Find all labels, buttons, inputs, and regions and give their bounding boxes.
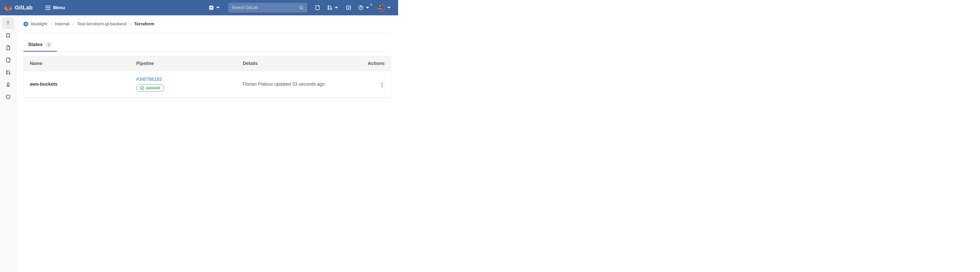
svg-point-20 — [25, 24, 26, 24]
state-name: aws-buckets — [30, 82, 57, 86]
column-header-actions: Actions — [356, 61, 385, 66]
gitlab-logo-icon — [4, 3, 12, 12]
gitlab-brand-text: GitLab — [15, 4, 33, 11]
tab-states[interactable]: States 1 — [24, 38, 57, 52]
user-menu-button[interactable] — [375, 2, 394, 14]
breadcrumb-separator: › — [130, 21, 131, 27]
breadcrumb-link[interactable]: Internal — [55, 21, 69, 27]
sidebar-item-merge-requests[interactable] — [3, 67, 14, 78]
svg-point-4 — [300, 6, 302, 9]
check-circle-icon — [140, 86, 144, 90]
breadcrumb-separator: › — [73, 21, 74, 27]
rocket-icon — [6, 82, 11, 87]
column-header-details: Details — [243, 61, 356, 66]
svg-point-12 — [361, 8, 361, 9]
merge-request-icon — [327, 5, 332, 10]
svg-point-8 — [328, 8, 329, 10]
search-box[interactable] — [228, 3, 307, 13]
breadcrumb-link[interactable]: bluelight — [31, 21, 47, 27]
project-sidebar: T — [0, 15, 16, 272]
tab-label: States — [28, 42, 43, 47]
svg-line-5 — [302, 8, 304, 10]
file-icon — [6, 45, 11, 50]
sidebar-item-project-info[interactable] — [3, 30, 14, 41]
todo-check-icon — [346, 5, 351, 10]
plus-square-icon — [209, 5, 214, 10]
tab-count-badge: 1 — [45, 42, 52, 47]
svg-point-7 — [328, 6, 329, 7]
merge-requests-nav-button[interactable] — [325, 3, 342, 12]
svg-rect-0 — [45, 6, 51, 6]
issues-icon — [315, 5, 320, 10]
column-header-name: Name — [30, 61, 136, 66]
book-icon — [6, 33, 11, 38]
user-avatar — [377, 4, 385, 11]
pipeline-status-badge[interactable]: passed — [136, 84, 164, 92]
svg-point-17 — [6, 73, 7, 74]
chevron-down-icon — [215, 5, 221, 10]
sidebar-project-avatar[interactable]: T — [3, 18, 14, 29]
chevron-down-icon — [365, 5, 370, 10]
todos-nav-button[interactable] — [344, 3, 354, 12]
merge-request-icon — [6, 70, 11, 75]
svg-point-16 — [6, 70, 7, 72]
menu-button[interactable]: Menu — [42, 3, 68, 13]
svg-point-9 — [331, 8, 332, 10]
sidebar-item-repository[interactable] — [3, 42, 14, 53]
svg-rect-1 — [45, 7, 51, 8]
main-content: bluelight › Internal › Test-terraform-gl… — [16, 15, 398, 272]
svg-point-18 — [9, 73, 10, 74]
top-navigation-bar: GitLab Menu — [0, 0, 398, 15]
search-input[interactable] — [232, 5, 299, 10]
issues-nav-button[interactable] — [312, 3, 323, 12]
search-icon — [299, 5, 304, 10]
breadcrumb-separator: › — [50, 21, 52, 27]
pipeline-status-text: passed — [146, 85, 160, 91]
sidebar-item-security[interactable] — [3, 91, 14, 102]
create-new-button[interactable] — [206, 3, 223, 12]
table-row: aws-buckets #345786183 passed Florian Pi… — [24, 71, 391, 98]
sidebar-item-cicd[interactable] — [3, 79, 14, 90]
tabs: States 1 — [24, 38, 391, 52]
help-nav-button[interactable] — [356, 3, 372, 12]
menu-label: Menu — [53, 5, 65, 11]
row-actions-menu-button[interactable] — [380, 80, 385, 89]
project-namespace-icon — [24, 22, 28, 26]
breadcrumb-link[interactable]: Test-terraform-gl-backend — [77, 21, 127, 27]
state-details-text: Florian Pialoux updated 33 seconds ago — [243, 82, 325, 86]
sidebar-item-issues[interactable] — [3, 55, 14, 66]
hamburger-icon — [45, 6, 51, 10]
terraform-states-table: Name Pipeline Details Actions aws-bucket… — [24, 56, 391, 98]
svg-point-14 — [379, 5, 381, 7]
help-icon — [358, 5, 363, 10]
svg-rect-2 — [45, 9, 51, 10]
svg-rect-10 — [347, 6, 351, 10]
issues-icon — [6, 58, 11, 62]
column-header-pipeline: Pipeline — [136, 61, 243, 66]
pipeline-link[interactable]: #345786183 — [136, 77, 162, 82]
table-header-row: Name Pipeline Details Actions — [24, 56, 391, 71]
project-letter: T — [6, 21, 10, 26]
shield-icon — [6, 94, 11, 99]
breadcrumb: bluelight › Internal › Test-terraform-gl… — [24, 21, 391, 33]
chevron-down-icon — [334, 5, 339, 10]
gitlab-logo-section[interactable]: GitLab — [4, 3, 33, 12]
chevron-down-icon — [387, 5, 391, 10]
breadcrumb-current: Terraform — [134, 21, 154, 27]
